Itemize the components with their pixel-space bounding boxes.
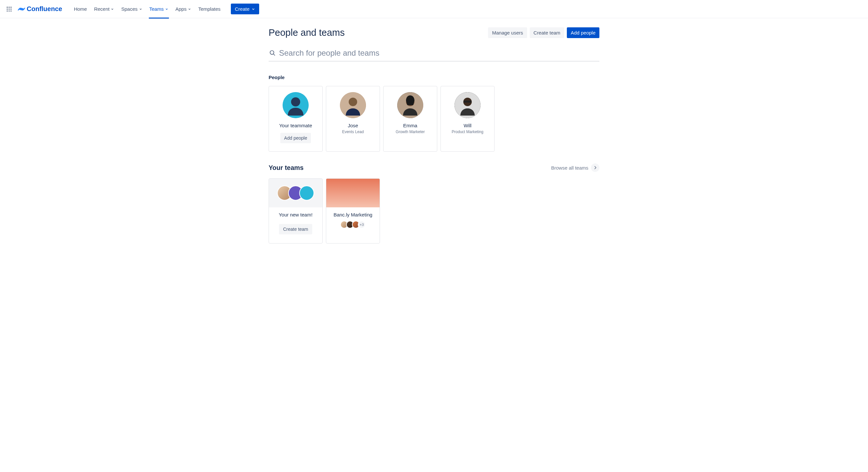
person-role: Events Lead bbox=[342, 130, 364, 134]
team-avatar-stack bbox=[277, 186, 314, 200]
people-heading: People bbox=[269, 74, 599, 80]
nav-templates[interactable]: Templates bbox=[195, 4, 224, 14]
product-logo[interactable]: Confluence bbox=[16, 5, 64, 13]
avatar-placeholder-icon bbox=[283, 92, 309, 118]
team-name: Banc.ly Marketing bbox=[333, 212, 372, 217]
search-icon bbox=[269, 50, 276, 56]
svg-point-6 bbox=[7, 10, 8, 11]
team-member-avatars: +3 bbox=[340, 221, 366, 228]
manage-users-button[interactable]: Manage users bbox=[488, 27, 527, 38]
svg-point-1 bbox=[8, 6, 9, 7]
page-header: People and teams Manage users Create tea… bbox=[269, 27, 599, 38]
svg-point-2 bbox=[10, 6, 11, 7]
create-button[interactable]: Create bbox=[231, 4, 259, 14]
confluence-icon bbox=[18, 5, 25, 13]
svg-point-4 bbox=[8, 8, 9, 9]
top-nav: Confluence Home Recent Spaces Teams Apps… bbox=[0, 0, 868, 18]
mini-avatar bbox=[299, 186, 314, 200]
add-people-button[interactable]: Add people bbox=[567, 27, 599, 38]
team-header bbox=[326, 179, 380, 207]
chevron-down-icon bbox=[188, 7, 191, 11]
nav-items: Home Recent Spaces Teams Apps Templates bbox=[71, 4, 224, 14]
app-switcher-icon[interactable] bbox=[4, 4, 14, 14]
svg-point-9 bbox=[270, 51, 274, 55]
chevron-down-icon bbox=[251, 7, 255, 11]
team-header bbox=[269, 179, 322, 207]
chevron-down-icon bbox=[165, 7, 168, 11]
arrow-right-icon bbox=[591, 163, 599, 172]
person-card-placeholder[interactable]: Your teammate Add people bbox=[269, 86, 323, 152]
svg-point-7 bbox=[8, 10, 9, 11]
teams-header-row: Your teams Browse all teams bbox=[269, 163, 599, 172]
chevron-down-icon bbox=[139, 7, 142, 11]
chevron-down-icon bbox=[111, 7, 114, 11]
svg-point-12 bbox=[291, 97, 300, 106]
search-input[interactable] bbox=[279, 49, 599, 58]
more-members-badge: +3 bbox=[358, 221, 366, 228]
page-actions: Manage users Create team Add people bbox=[488, 27, 599, 38]
product-name: Confluence bbox=[27, 5, 62, 13]
avatar bbox=[397, 92, 423, 118]
svg-rect-19 bbox=[464, 101, 471, 102]
main-content: People and teams Manage users Create tea… bbox=[265, 18, 603, 275]
svg-point-0 bbox=[7, 6, 8, 7]
nav-apps[interactable]: Apps bbox=[172, 4, 194, 14]
person-card[interactable]: Emma Growth Marketer bbox=[383, 86, 437, 152]
svg-point-5 bbox=[10, 8, 11, 9]
nav-home[interactable]: Home bbox=[71, 4, 90, 14]
person-role: Product Marketing bbox=[452, 130, 483, 134]
person-name: Emma bbox=[403, 123, 417, 128]
person-name: Will bbox=[464, 123, 471, 128]
create-team-button[interactable]: Create team bbox=[530, 27, 564, 38]
page-title: People and teams bbox=[269, 27, 345, 38]
team-card-placeholder[interactable]: Your new team! Create team bbox=[269, 178, 323, 244]
nav-spaces[interactable]: Spaces bbox=[118, 4, 145, 14]
nav-teams[interactable]: Teams bbox=[146, 4, 172, 14]
team-cards: Your new team! Create team Banc.ly Marke… bbox=[269, 178, 599, 244]
svg-line-10 bbox=[274, 54, 275, 56]
person-name: Jose bbox=[348, 123, 358, 128]
browse-all-teams-link[interactable]: Browse all teams bbox=[551, 163, 599, 172]
person-name: Your teammate bbox=[279, 123, 312, 128]
add-people-card-button[interactable]: Add people bbox=[280, 133, 311, 143]
people-cards: Your teammate Add people Jose Events Lea… bbox=[269, 86, 599, 152]
avatar bbox=[340, 92, 366, 118]
avatar bbox=[455, 92, 480, 118]
person-role: Growth Marketer bbox=[396, 130, 425, 134]
person-card[interactable]: Will Product Marketing bbox=[440, 86, 495, 152]
your-teams-heading: Your teams bbox=[269, 164, 304, 171]
team-name: Your new team! bbox=[279, 212, 313, 217]
team-card[interactable]: Banc.ly Marketing +3 bbox=[326, 178, 380, 244]
svg-point-8 bbox=[10, 10, 11, 11]
nav-recent[interactable]: Recent bbox=[91, 4, 118, 14]
svg-point-14 bbox=[349, 98, 357, 106]
svg-point-3 bbox=[7, 8, 8, 9]
search-bar[interactable] bbox=[269, 46, 599, 62]
create-team-card-button[interactable]: Create team bbox=[279, 224, 312, 234]
person-card[interactable]: Jose Events Lead bbox=[326, 86, 380, 152]
